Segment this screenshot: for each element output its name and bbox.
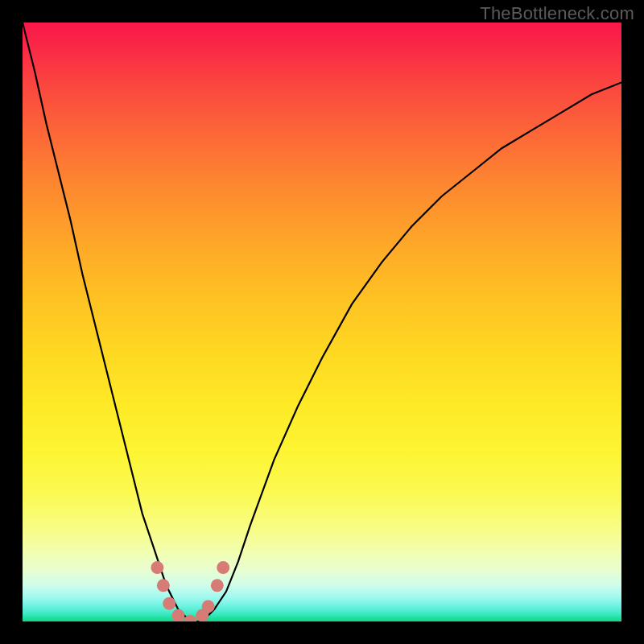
- bottleneck-curve: [23, 23, 621, 621]
- curve-marker: [157, 579, 170, 592]
- curve-marker: [151, 561, 163, 574]
- curve-marker: [211, 579, 224, 592]
- curve-layer: [23, 23, 621, 621]
- plot-area: [23, 23, 621, 621]
- curve-marker: [217, 561, 229, 574]
- chart-frame: TheBottleneck.com: [0, 0, 644, 644]
- watermark-text: TheBottleneck.com: [480, 3, 634, 24]
- curve-marker: [163, 597, 175, 610]
- curve-marker: [171, 609, 184, 621]
- curve-marker: [202, 600, 215, 613]
